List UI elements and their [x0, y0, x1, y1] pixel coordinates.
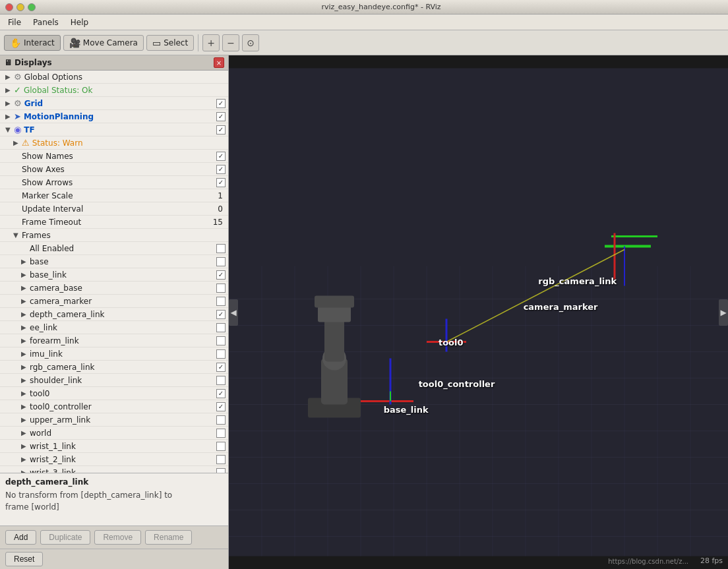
add-action-button[interactable]: +: [202, 34, 220, 51]
tree-label-wrist-1-link: wrist_1_link: [30, 442, 216, 451]
tree-item-depth-camera-link[interactable]: ▶depth_camera_link: [0, 308, 228, 321]
tree-item-frame-timeout[interactable]: Frame Timeout15: [0, 216, 228, 229]
maximize-button[interactable]: [28, 3, 36, 11]
tree-item-wrist-3-link[interactable]: ▶wrist_3_link: [0, 466, 228, 473]
tree-item-show-axes[interactable]: Show Axes: [0, 163, 228, 176]
tree-value-frame-timeout: 15: [213, 218, 223, 227]
tree-item-imu-link[interactable]: ▶imu_link: [0, 347, 228, 361]
tree-check-grid[interactable]: [216, 99, 226, 108]
tree-check-world[interactable]: [216, 429, 226, 438]
tree-item-tool0-controller[interactable]: ▶tool0_controller: [0, 400, 228, 413]
tree-check-wrist-3-link[interactable]: [216, 468, 226, 473]
panel-close-button[interactable]: ×: [214, 57, 224, 68]
menu-file[interactable]: File: [3, 16, 26, 28]
tree-item-motion-planning[interactable]: ▶➤MotionPlanning: [0, 110, 228, 123]
tree-check-tf[interactable]: [216, 125, 226, 135]
tree-arrow-camera-marker: ▶: [21, 297, 28, 305]
tree-item-wrist-2-link[interactable]: ▶wrist_2_link: [0, 453, 228, 466]
tree-panel[interactable]: ▶⚙Global Options▶✓Global Status: Ok▶⚙Gri…: [0, 71, 228, 473]
tree-check-base[interactable]: [216, 257, 226, 266]
tree-check-show-names[interactable]: [216, 152, 226, 161]
tree-check-rgb-camera-link[interactable]: [216, 363, 226, 372]
tree-item-wrist-1-link[interactable]: ▶wrist_1_link: [0, 440, 228, 453]
tree-arrow-wrist-1-link: ▶: [21, 442, 28, 450]
minus-action-button[interactable]: −: [222, 34, 239, 51]
tree-check-wrist-1-link[interactable]: [216, 442, 226, 451]
tree-arrow-ee-link: ▶: [21, 324, 28, 331]
tree-arrow-base: ▶: [21, 258, 28, 265]
tree-item-camera-marker[interactable]: ▶camera_marker: [0, 295, 228, 308]
viewport[interactable]: rgb_camera_link camera_marker tool0 tool…: [229, 55, 728, 569]
tree-value-marker-scale: 1: [218, 191, 223, 200]
tree-item-marker-scale[interactable]: Marker Scale1: [0, 189, 228, 202]
menu-help[interactable]: Help: [65, 16, 94, 28]
tree-item-rgb-camera-link[interactable]: ▶rgb_camera_link: [0, 361, 228, 374]
tree-check-camera-marker[interactable]: [216, 297, 226, 306]
tree-check-show-arrows[interactable]: [216, 178, 226, 187]
tree-item-tool0[interactable]: ▶tool0: [0, 387, 228, 400]
tree-check-forearm-link[interactable]: [216, 336, 226, 345]
duplicate-button[interactable]: Duplicate: [40, 530, 90, 545]
viewport-right-arrow[interactable]: ▶: [719, 299, 728, 326]
minimize-button[interactable]: [16, 3, 24, 11]
tree-label-shoulder-link: shoulder_link: [30, 376, 216, 385]
tree-item-update-interval[interactable]: Update Interval0: [0, 202, 228, 216]
tree-item-base[interactable]: ▶base: [0, 255, 228, 268]
tree-label-imu-link: imu_link: [30, 349, 216, 359]
tree-check-motion-planning[interactable]: [216, 112, 226, 121]
tree-label-frame-timeout: Frame Timeout: [22, 218, 213, 227]
window-title: rviz_easy_handeye.config* - RViz: [40, 3, 723, 11]
tree-item-world[interactable]: ▶world: [0, 427, 228, 440]
tree-check-tool0-controller[interactable]: [216, 402, 226, 411]
tree-check-depth-camera-link[interactable]: [216, 310, 226, 319]
tree-item-forearm-link[interactable]: ▶forearm_link: [0, 334, 228, 347]
toolbar-separator: [198, 34, 198, 51]
tree-arrow-global-status: ▶: [5, 86, 12, 94]
window-controls[interactable]: [5, 3, 36, 11]
tree-item-ee-link[interactable]: ▶ee_link: [0, 321, 228, 334]
tree-item-camera-base[interactable]: ▶camera_base: [0, 282, 228, 295]
tree-item-grid[interactable]: ▶⚙Grid: [0, 97, 228, 110]
add-button[interactable]: Add: [5, 530, 36, 545]
rename-button[interactable]: Rename: [145, 530, 192, 545]
tree-item-frames[interactable]: ▼Frames: [0, 229, 228, 242]
url-display: https://blog.csdn.net/z...: [608, 558, 688, 565]
remove-button[interactable]: Remove: [94, 530, 141, 545]
tree-check-all-enabled[interactable]: [216, 244, 226, 253]
tree-item-base-link[interactable]: ▶base_link: [0, 268, 228, 282]
3d-grid: [229, 55, 728, 569]
close-button[interactable]: [5, 3, 13, 11]
tree-check-tool0[interactable]: [216, 389, 226, 398]
tree-check-ee-link[interactable]: [216, 323, 226, 332]
viewport-left-arrow[interactable]: ◀: [229, 299, 238, 326]
tree-check-shoulder-link[interactable]: [216, 376, 226, 385]
tree-item-upper-arm-link[interactable]: ▶upper_arm_link: [0, 413, 228, 427]
reset-button[interactable]: Reset: [5, 552, 43, 566]
tree-arrow-shoulder-link: ▶: [21, 376, 28, 384]
tree-item-show-arrows[interactable]: Show Arrows: [0, 176, 228, 189]
move-camera-button[interactable]: 🎥 Move Camera: [63, 35, 144, 51]
tree-item-shoulder-link[interactable]: ▶shoulder_link: [0, 374, 228, 387]
tree-check-base-link[interactable]: [216, 270, 226, 280]
tree-item-global-status[interactable]: ▶✓Global Status: Ok: [0, 84, 228, 97]
select-button[interactable]: ▭ Select: [146, 35, 194, 51]
tree-label-wrist-2-link: wrist_2_link: [30, 455, 216, 464]
tree-check-upper-arm-link[interactable]: [216, 415, 226, 425]
tree-item-show-names[interactable]: Show Names: [0, 150, 228, 163]
interact-button[interactable]: ✋ Interact: [4, 35, 61, 51]
svg-rect-29: [318, 306, 351, 322]
tree-item-all-enabled[interactable]: All Enabled: [0, 242, 228, 255]
tree-check-wrist-2-link[interactable]: [216, 455, 226, 464]
camera-action-button[interactable]: ⊙: [242, 34, 259, 51]
tree-arrow-world: ▶: [21, 429, 28, 436]
tree-arrow-forearm-link: ▶: [21, 337, 28, 344]
tree-item-global-options[interactable]: ▶⚙Global Options: [0, 71, 228, 84]
tree-check-camera-base[interactable]: [216, 284, 226, 293]
tree-label-show-axes: Show Axes: [22, 165, 216, 174]
tree-item-tf-status[interactable]: ▶⚠Status: Warn: [0, 136, 228, 150]
tree-item-tf[interactable]: ▼◉TF: [0, 123, 228, 136]
tree-check-imu-link[interactable]: [216, 349, 226, 359]
menu-panels[interactable]: Panels: [28, 16, 64, 28]
tree-check-show-axes[interactable]: [216, 165, 226, 174]
interact-icon: ✋: [10, 38, 21, 48]
